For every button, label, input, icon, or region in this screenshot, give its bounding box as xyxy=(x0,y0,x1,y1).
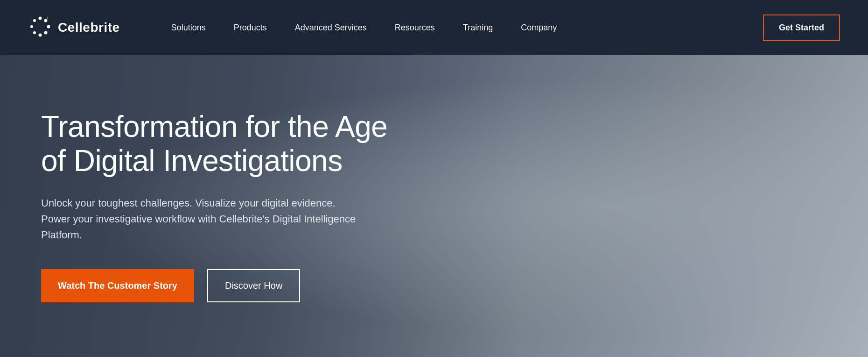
hero-title: Transformation for the Age of Digital In… xyxy=(41,110,396,178)
svg-point-1 xyxy=(44,19,48,22)
nav-item-products[interactable]: Products xyxy=(220,0,281,55)
logo-link[interactable]: Cellebrite xyxy=(28,14,120,41)
watch-customer-story-button[interactable]: Watch The Customer Story xyxy=(41,269,194,302)
svg-point-5 xyxy=(33,31,36,34)
svg-point-6 xyxy=(30,25,33,28)
nav-item-resources[interactable]: Resources xyxy=(381,0,449,55)
svg-point-0 xyxy=(39,17,42,20)
navbar: Cellebrite Solutions Products Advanced S… xyxy=(0,0,868,55)
nav-item-advanced-services[interactable]: Advanced Services xyxy=(281,0,381,55)
nav-links: Solutions Products Advanced Services Res… xyxy=(157,0,763,55)
get-started-button[interactable]: Get Started xyxy=(763,14,840,41)
hero-section: Transformation for the Age of Digital In… xyxy=(0,55,868,357)
discover-how-button[interactable]: Discover How xyxy=(207,269,300,302)
nav-item-solutions[interactable]: Solutions xyxy=(157,0,220,55)
hero-content: Transformation for the Age of Digital In… xyxy=(41,110,396,302)
hero-subtitle: Unlock your toughest challenges. Visuali… xyxy=(41,195,358,243)
nav-item-training[interactable]: Training xyxy=(449,0,507,55)
svg-point-2 xyxy=(47,25,50,29)
svg-point-3 xyxy=(44,31,48,35)
brand-name: Cellebrite xyxy=(58,20,120,35)
svg-point-4 xyxy=(39,34,42,37)
logo-icon xyxy=(28,14,52,41)
hero-buttons: Watch The Customer Story Discover How xyxy=(41,269,396,302)
nav-item-company[interactable]: Company xyxy=(507,0,571,55)
svg-point-7 xyxy=(33,19,36,22)
